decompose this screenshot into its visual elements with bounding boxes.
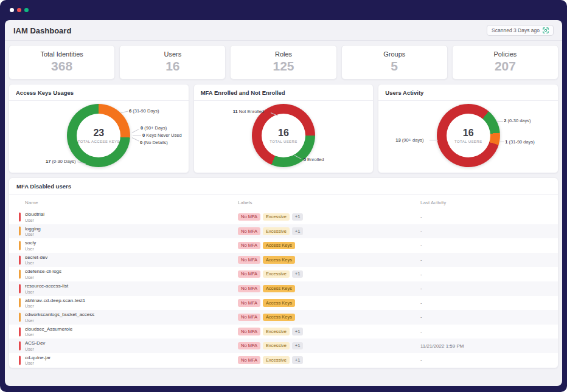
label-badge: Access Keys [263,256,295,264]
window-maximize-icon[interactable] [24,8,29,12]
column-header-last-activity: Last Activity [420,200,558,205]
page-title: IAM Dashboard [13,26,71,35]
window-close-icon[interactable] [17,8,21,12]
label-badge: No MFA [238,285,260,293]
label-badge: Access Keys [263,314,295,322]
user-name-cell: abhinav-cd-deep-scan-test1 User [25,298,238,309]
last-activity: - [420,214,558,219]
chart-label: 0 (No Details) [140,140,168,145]
chart-label: 11 Not Enrolled [233,109,264,114]
table-row[interactable]: cd-quine-jar User No MFA Excessive +1 - [9,353,558,368]
chart-body: 16 TOTAL USERS 11 Not Enrolled 5 Enrolle… [194,101,374,173]
label-badge: Excessive [263,213,290,221]
table-row[interactable]: ACS-Dev User No MFA Excessive +1 11/21/2… [9,339,558,353]
donut-center: 16 TOTAL USERS [262,114,305,157]
stat-card-users: Users 16 [119,45,226,80]
labels-cell: No MFA Excessive +1 [238,328,420,335]
label-badge: +1 [292,356,304,364]
chart-label: 0 Keys Never Used [142,132,182,138]
table-row[interactable]: cdworkscanlogs_bucket_access User No MFA… [9,310,558,325]
chart-title: MFA Enrolled and Not Enrolled [194,84,374,101]
user-name-cell: cloudtrial User [25,211,238,222]
label-badge: Access Keys [263,285,295,293]
risk-accent-bar [19,298,21,308]
label-badge: No MFA [238,256,260,264]
leader-line [500,142,504,142]
chart-card-access-keys: Access Keys Usages 23 TOTAL ACCESS KEYS … [9,84,189,173]
user-type: User [25,290,238,294]
user-name: socly [25,240,238,246]
mfa-disabled-users-card: MFA Disabled users Name Labels Last Acti… [9,177,558,368]
donut-chart-access-keys: 23 TOTAL ACCESS KEYS [67,104,130,167]
risk-accent-bar [19,312,21,322]
user-name: logging [25,226,238,232]
donut-center-value: 16 [463,128,474,139]
last-activity: - [420,357,558,363]
table-row[interactable]: cdefense-cli-logs User No MFA Excessive … [9,267,558,281]
user-name-cell: logging User [25,226,238,237]
window-titlebar [0,0,567,20]
user-name: cdworkscanlogs_bucket_access [25,312,238,317]
labels-cell: No MFA Access Keys [238,299,420,307]
leader-line [133,136,141,136]
leader-line [430,140,438,140]
table-row[interactable]: logging User No MFA Excessive +1 - [9,224,558,239]
user-type: User [25,332,238,337]
donut-chart-users-activity: 16 TOTAL USERS [437,104,500,167]
user-name-cell: cloudsec_Assumerole User [25,326,238,337]
user-name: cloudtrial [25,211,238,217]
chart-title: Access Keys Usages [9,84,189,101]
label-badge: No MFA [238,213,260,221]
user-type: User [25,361,238,365]
labels-cell: No MFA Excessive +1 [238,213,420,221]
table-row[interactable]: socly User No MFA Access Keys - [9,238,558,253]
stats-row: Total Identities 368 Users 16 Roles 125 … [5,41,562,80]
user-name-cell: ACS-Dev User [25,340,238,351]
user-name-cell: cdefense-cli-logs User [25,269,238,280]
window-dot-icon[interactable] [10,8,14,12]
table-row[interactable]: cloudtrial User No MFA Excessive +1 - [9,210,558,224]
stat-label: Total Identities [9,50,114,58]
label-badge: Excessive [263,342,290,350]
user-name-cell: cdworkscanlogs_bucket_access User [25,312,238,323]
donut-center-value: 23 [93,128,104,139]
table-header-row: Name Labels Last Activity [9,195,558,210]
risk-accent-bar [19,241,21,250]
column-header-name: Name [25,200,238,205]
chart-label: 2 (0-30 days) [504,118,530,123]
last-activity: - [420,286,558,291]
table-row[interactable]: resource-access-list User No MFA Access … [9,281,558,296]
user-name-cell: cd-quine-jar User [25,355,238,366]
user-type: User [25,318,238,323]
chart-label: 6 (31-90 Days) [129,108,159,114]
user-name-cell: socly User [25,240,238,251]
user-name: abhinav-cd-deep-scan-test1 [25,298,238,303]
label-badge: +1 [292,342,304,350]
table-row[interactable]: secret-dev User No MFA Access Keys - [9,253,558,267]
user-type: User [25,261,238,265]
label-badge: +1 [292,270,304,278]
table-row[interactable]: abhinav-cd-deep-scan-test1 User No MFA A… [9,296,558,311]
user-name: ACS-Dev [25,340,238,346]
last-activity: - [420,272,558,277]
table-row[interactable]: cloudsec_Assumerole User No MFA Excessiv… [9,325,558,339]
traffic-lights [10,8,29,12]
user-type: User [25,232,238,236]
label-badge: No MFA [238,356,260,364]
user-name-cell: secret-dev User [25,255,238,266]
user-name: resource-access-list [25,283,238,289]
stat-value: 16 [120,59,225,74]
stat-card-total-identities: Total Identities 368 [9,45,115,80]
scan-status-button[interactable]: Scanned 3 Days ago [487,25,554,36]
stat-card-groups: Groups 5 [341,45,448,80]
donut-center: 23 TOTAL ACCESS KEYS [77,114,120,157]
user-name: cloudsec_Assumerole [25,326,238,332]
stat-label: Users [120,50,225,58]
label-badge: +1 [292,328,304,335]
labels-cell: No MFA Access Keys [238,285,420,293]
label-badge: Access Keys [263,242,295,250]
last-activity: - [420,329,558,334]
donut-center-caption: TOTAL USERS [454,140,482,143]
stat-value: 368 [9,59,114,74]
label-badge: No MFA [238,342,260,350]
